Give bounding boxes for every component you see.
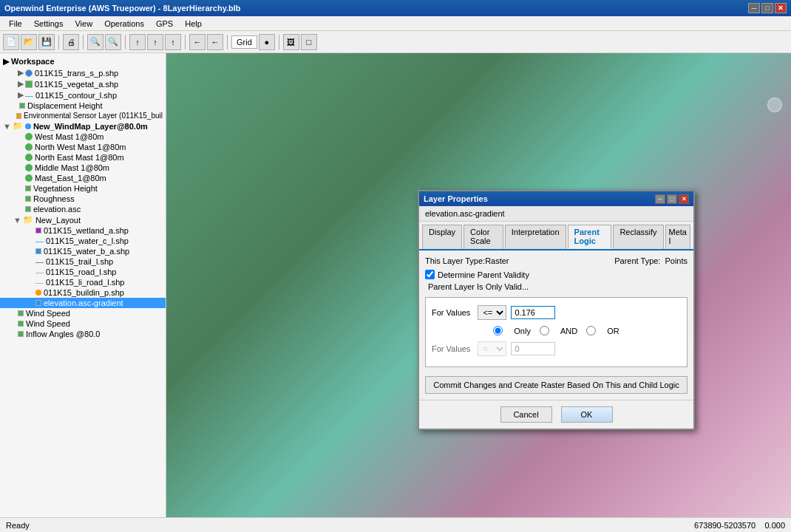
- list-item[interactable]: — 011K15_road_l.shp: [0, 267, 166, 277]
- list-item[interactable]: Environmental Sensor Layer (011K15_buil: [0, 111, 166, 120]
- status-bar: Ready 673890-5203570 0.000: [0, 517, 791, 532]
- list-item[interactable]: ▼ 📁 New_Layout: [0, 214, 166, 225]
- toolbar-sep2: [83, 35, 84, 50]
- app-title: Openwind Enterprise (AWS Truepower) - 8L…: [4, 4, 748, 13]
- list-item[interactable]: 011K15_water_b_a.shp: [0, 246, 166, 256]
- list-item[interactable]: 011K15_buildin_p.shp: [0, 287, 166, 298]
- for-values-row1: For Values <= < = > >= !=: [432, 305, 681, 320]
- toolbar-record[interactable]: ●: [259, 34, 275, 50]
- value-input2[interactable]: [511, 342, 555, 355]
- list-item[interactable]: Displacement Height: [0, 100, 166, 111]
- sidebar-item-elevation-gradient[interactable]: elevation.asc-gradient: [0, 298, 166, 308]
- determine-validity-checkbox[interactable]: [425, 270, 435, 279]
- radio-and[interactable]: [540, 326, 549, 335]
- parent-type-label: Parent Type:: [614, 256, 660, 265]
- commit-button[interactable]: Commit Changes and Create Raster Based O…: [425, 376, 688, 394]
- list-item[interactable]: Mast_East_1@80m: [0, 173, 166, 183]
- toolbar-left1[interactable]: ←: [189, 34, 206, 50]
- radio-or[interactable]: [586, 326, 596, 335]
- radio-only[interactable]: [493, 326, 503, 335]
- layer-properties-dialog: Layer Properties ─ □ ✕ elevation.asc-gra…: [418, 190, 695, 430]
- dialog-minimize-button[interactable]: ─: [655, 194, 665, 204]
- toolbar-open[interactable]: 📂: [21, 34, 37, 50]
- map-marker: [767, 98, 782, 112]
- menu-operations[interactable]: Operations: [98, 18, 150, 30]
- minimize-button[interactable]: ─: [748, 3, 760, 13]
- menu-view[interactable]: View: [69, 18, 98, 30]
- list-item[interactable]: West Mast 1@80m: [0, 132, 166, 142]
- tab-parentlogic[interactable]: Parent Logic: [568, 225, 612, 249]
- dialog-body: This Layer Type: Raster Parent Type: Poi…: [419, 250, 693, 400]
- toolbar-up3[interactable]: ↑: [165, 34, 181, 50]
- toolbar-print[interactable]: 🖨: [63, 34, 79, 50]
- toolbar-zoom[interactable]: 🔍: [87, 34, 103, 50]
- list-item[interactable]: Wind Speed: [0, 318, 166, 329]
- toolbar-save[interactable]: 💾: [38, 34, 55, 50]
- menu-help[interactable]: Help: [179, 18, 208, 30]
- menu-file[interactable]: File: [3, 18, 28, 30]
- list-item[interactable]: ▼ 📁 New_WindMap_Layer@80.0m: [0, 120, 166, 132]
- toolbar-square[interactable]: □: [301, 34, 317, 50]
- menu-bar: File Settings View Operations GPS Help: [0, 16, 791, 31]
- menu-settings[interactable]: Settings: [28, 18, 69, 30]
- dialog-close-button[interactable]: ✕: [679, 194, 689, 204]
- tab-more[interactable]: Meta I: [665, 225, 690, 249]
- sidebar-workspace-header[interactable]: ▶ Workspace: [0, 56, 166, 67]
- toolbar-up2[interactable]: ↑: [147, 34, 163, 50]
- list-item[interactable]: North West Mast 1@80m: [0, 142, 166, 152]
- list-item[interactable]: North East Mast 1@80m: [0, 152, 166, 163]
- list-item[interactable]: Vegetation Height: [0, 183, 166, 194]
- close-button[interactable]: ✕: [775, 3, 787, 13]
- operator-select2[interactable]: = <= < > >= !=: [478, 341, 506, 356]
- dialog-title-bar: Layer Properties ─ □ ✕: [419, 191, 693, 206]
- toolbar-sep4: [185, 35, 186, 50]
- menu-gps[interactable]: GPS: [150, 18, 179, 30]
- toolbar-sep5: [227, 35, 228, 50]
- tab-interpretation[interactable]: Interpretation: [505, 225, 566, 249]
- list-item[interactable]: ▶ 011K15_trans_s_p.shp: [0, 67, 166, 78]
- list-item[interactable]: — 011K15_trail_l.shp: [0, 256, 166, 267]
- parent-valid-label: Parent Layer Is Only Valid...: [425, 282, 688, 291]
- tab-display[interactable]: Display: [422, 225, 462, 249]
- tab-reclassify[interactable]: Reclassify: [613, 225, 663, 249]
- list-item[interactable]: — 011K15_li_road_l.shp: [0, 277, 166, 287]
- status-coords: 673890-5203570 0.000: [694, 521, 785, 530]
- toolbar-sep3: [125, 35, 126, 50]
- radio-or-label: OR: [607, 327, 619, 335]
- operator-select1[interactable]: <= < = > >= !=: [478, 305, 506, 320]
- list-item[interactable]: — 011K15_water_c_l.shp: [0, 236, 166, 246]
- radio-and-label: AND: [560, 327, 577, 335]
- for-values-label1: For Values: [432, 308, 470, 317]
- toolbar-up1[interactable]: ↑: [129, 34, 146, 50]
- determine-validity-label: Determine Parent Validity: [438, 270, 529, 279]
- list-item[interactable]: ▶ — 011K15_contour_l.shp: [0, 89, 166, 100]
- ok-button[interactable]: OK: [561, 406, 613, 423]
- dialog-title-text: Layer Properties: [424, 194, 655, 203]
- sidebar-item-roughness[interactable]: Roughness: [0, 194, 166, 204]
- list-item[interactable]: 011K15_wetland_a.shp: [0, 225, 166, 236]
- toolbar-sep1: [58, 35, 59, 50]
- tab-colorscale[interactable]: Color Scale: [464, 225, 503, 249]
- main-area: ▶ Workspace ▶ 011K15_trans_s_p.shp ▶ 011…: [0, 53, 791, 532]
- map-area[interactable]: Layer Properties ─ □ ✕ elevation.asc-gra…: [166, 53, 791, 532]
- list-item[interactable]: Wind Speed: [0, 308, 166, 318]
- status-ready: Ready: [6, 521, 694, 530]
- list-item[interactable]: ▶ 011K15_vegetat_a.shp: [0, 78, 166, 89]
- list-item[interactable]: Middle Mast 1@80m: [0, 163, 166, 173]
- maximize-button[interactable]: □: [761, 3, 773, 13]
- list-item[interactable]: elevation.asc: [0, 204, 166, 214]
- for-values-label2: For Values: [432, 344, 470, 353]
- toolbar-new[interactable]: 📄: [3, 34, 19, 50]
- dialog-maximize-button[interactable]: □: [667, 194, 677, 204]
- cancel-button[interactable]: Cancel: [500, 406, 552, 423]
- dialog-subtitle: elevation.asc-gradient: [419, 206, 693, 222]
- list-item[interactable]: Inflow Angles @80.0: [0, 329, 166, 339]
- title-bar: Openwind Enterprise (AWS Truepower) - 8L…: [0, 0, 791, 16]
- layer-type-label: This Layer Type:: [425, 256, 485, 265]
- for-values-row2: For Values = <= < > >= !=: [432, 341, 681, 356]
- value-input1[interactable]: [511, 306, 555, 319]
- toolbar-zoom2[interactable]: 🔍: [105, 34, 121, 50]
- toolbar-left2[interactable]: ←: [207, 34, 223, 50]
- toolbar-image[interactable]: 🖼: [283, 34, 299, 50]
- toolbar-sep6: [279, 35, 279, 50]
